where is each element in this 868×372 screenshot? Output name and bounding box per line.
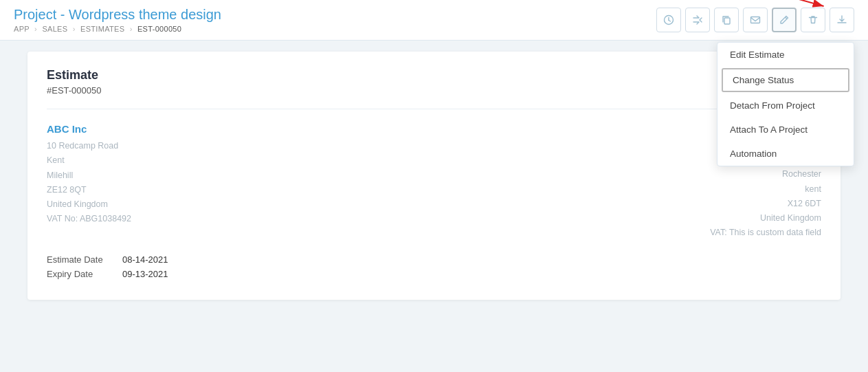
menu-detach-project[interactable]: Detach From Project (717, 94, 854, 118)
estimate-date-label: Estimate Date (47, 254, 122, 265)
client-address4: ZE12 8QT (47, 183, 434, 197)
breadcrumb: APP › SALES › ESTIMATES › EST-000050 (14, 25, 221, 33)
toolbar (656, 8, 854, 32)
estimate-date-row: Estimate Date 08-14-2021 (47, 254, 821, 265)
page-title: Project - Wordpress theme design (14, 7, 221, 23)
invoice-vat: VAT: This is custom data field (434, 226, 822, 240)
edit-button[interactable] (772, 8, 797, 32)
client-name[interactable]: ABC Inc (47, 123, 434, 135)
clock-button[interactable] (656, 8, 681, 32)
breadcrumb-sep2: › (73, 25, 76, 33)
address-row: ABC Inc 10 Redcamp Road Kent Milehill ZE… (47, 123, 821, 241)
client-address2: Kent (47, 153, 434, 168)
svg-rect-5 (724, 18, 730, 24)
estimate-title-area: Estimate #EST-000050 (47, 68, 102, 96)
trash-button[interactable] (801, 8, 825, 32)
breadcrumb-current: EST-000050 (137, 25, 181, 33)
menu-automation[interactable]: Automation (717, 142, 854, 166)
invoice-address2: Rochester (434, 167, 822, 182)
estimate-number: #EST-000050 (47, 85, 102, 96)
expiry-date-label: Expiry Date (47, 269, 122, 279)
menu-edit-estimate[interactable]: Edit Estimate (717, 43, 854, 67)
estimate-title: Estimate (47, 68, 102, 83)
client-address3: Milehill (47, 168, 434, 183)
dropdown-menu: Edit Estimate Change Status Detach From … (717, 42, 854, 166)
client-vat: VAT No: ABG1038492 (47, 212, 434, 226)
invoice-address4: X12 6DT (434, 197, 822, 211)
copy-button[interactable] (714, 8, 739, 32)
menu-change-status[interactable]: Change Status (722, 68, 849, 92)
email-button[interactable] (743, 8, 768, 32)
breadcrumb-sep3: › (130, 25, 133, 33)
toolbar-container: Edit Estimate Change Status Detach From … (656, 8, 854, 32)
menu-attach-project[interactable]: Attach To A Project (717, 118, 854, 142)
invoice-address5: United Kingdom (434, 211, 822, 226)
top-bar: Project - Wordpress theme design APP › S… (0, 0, 868, 41)
expiry-date-value: 09-13-2021 (122, 269, 168, 279)
svg-rect-6 (751, 17, 760, 23)
breadcrumb-app: APP (14, 25, 30, 33)
dates-section: Estimate Date 08-14-2021 Expiry Date 09-… (47, 254, 821, 279)
breadcrumb-sales: SALES (42, 25, 67, 33)
title-area: Project - Wordpress theme design APP › S… (14, 7, 221, 33)
breadcrumb-estimates: ESTIMATES (80, 25, 124, 33)
breadcrumb-sep1: › (34, 25, 37, 33)
svg-line-1 (784, 0, 824, 6)
download-button[interactable] (830, 8, 854, 32)
client-address5: United Kingdom (47, 197, 434, 212)
invoice-address3: kent (434, 182, 822, 197)
client-section: ABC Inc 10 Redcamp Road Kent Milehill ZE… (47, 123, 434, 241)
expiry-date-row: Expiry Date 09-13-2021 (47, 269, 821, 279)
shuffle-button[interactable] (685, 8, 710, 32)
estimate-date-value: 08-14-2021 (122, 254, 168, 265)
client-address1: 10 Redcamp Road (47, 139, 434, 153)
estimate-header: Estimate #EST-000050 NE (47, 68, 821, 109)
svg-line-4 (669, 21, 671, 22)
